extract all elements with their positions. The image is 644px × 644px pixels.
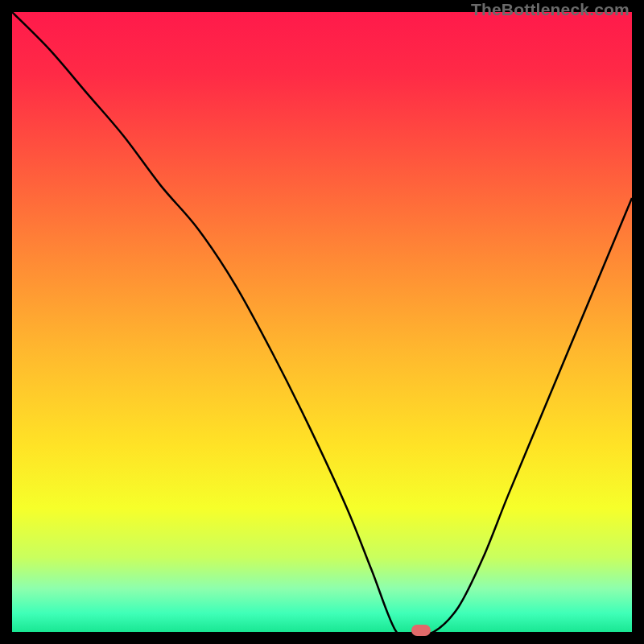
watermark-text: TheBottleneck.com [471,0,630,19]
gradient-rect [12,12,632,632]
outer-frame: TheBottleneck.com [0,0,644,644]
minimum-marker [411,625,431,636]
bottleneck-chart [12,12,632,632]
